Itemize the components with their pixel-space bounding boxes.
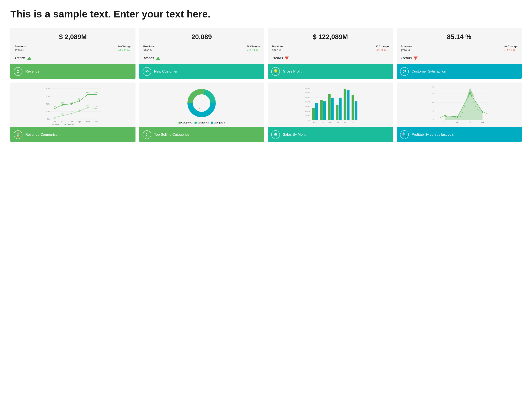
svg-text:40%: 40% [46,103,50,105]
legend-cat2: Category 2 [195,121,209,124]
kpi-card-gross-profit: $ 122,089M Previous $790 M % Change -13.… [268,28,393,79]
svg-text:Q4: Q4 [481,121,484,123]
svg-text:28%: 28% [95,106,98,108]
svg-rect-70 [328,94,331,120]
svg-point-12 [70,103,72,105]
svg-text:10%: 10% [61,113,65,115]
svg-marker-98 [445,93,482,120]
svg-point-50 [196,97,207,109]
svg-text:Q2: Q2 [456,121,459,123]
change-value-2: -13.21 % [376,49,386,52]
top-selling-icon: 🎛 [143,130,151,139]
svg-text:22%: 22% [78,108,81,110]
new-customer-icon: 👁 [143,67,151,76]
chart-footer-label-sales-by-month: Sales By Month [283,133,308,137]
svg-text:$10,000: $10,000 [305,115,310,116]
chart-footer-profitability: 🔍 Profitability versus last year [397,127,522,142]
trend-up-icon-0 [27,57,31,60]
svg-text:Jun: Jun [352,121,355,123]
chart-card-sales-by-month: $0 $10,000 $20,000 $30,000 $40,000 $50,0… [268,82,393,142]
kpi-footer-new-customer: 👁 New Customer [139,64,264,79]
svg-rect-77 [355,101,357,120]
svg-text:Q1: Q1 [444,121,446,123]
trends-label-1: Trends [143,56,154,60]
legend-dot-cat2 [195,121,196,124]
donut-legend: Category 1 Category 2 Category 3 [178,121,225,124]
svg-text:0: 0 [433,119,434,121]
svg-rect-72 [336,105,339,120]
svg-point-107 [450,117,451,118]
chart-footer-label-revenue-comparison: Revenue Comparison [25,133,59,137]
area-chart-svg: 0 40 80 120 160 Q1 Q2 Q3 Q4 [399,85,519,125]
svg-text:65%: 65% [86,92,89,94]
svg-rect-75 [347,90,349,120]
kpi-footer-label-customer-satisfaction: Customer Satisfaction [412,70,446,74]
chart-footer-revenue-comparison: ⏳ Revenue Comparison [10,127,135,142]
profitability-icon: 🔍 [400,130,409,139]
bar-chart-area: $0 $10,000 $20,000 $30,000 $40,000 $50,0… [268,82,393,127]
bar-chart-svg: $0 $10,000 $20,000 $30,000 $40,000 $50,0… [270,85,391,125]
change-value-1: +13.21 % [247,49,258,52]
trend-down-icon-3 [413,57,418,60]
svg-point-23 [62,115,64,116]
svg-rect-66 [312,108,315,120]
svg-point-24 [70,113,72,114]
svg-text:80: 80 [432,101,434,103]
svg-point-116 [473,102,474,103]
chart-footer-sales-by-month: ⚙ Sales By Month [268,127,393,142]
kpi-card-revenue: $ 2,089M Previous $790 M % Change +13.21… [10,28,135,79]
revenue-icon: ⚙ [14,67,22,76]
svg-text:$70,000: $70,000 [305,88,310,89]
donut-wrap: 4 3 7 Category 1 Category 2 [142,85,262,125]
svg-point-117 [475,106,476,107]
customer-satisfaction-icon: ⏱ [400,67,409,76]
svg-rect-71 [331,98,334,120]
sales-by-month-icon: ⚙ [271,130,280,139]
svg-text:$60,000: $60,000 [305,92,310,94]
svg-text:65%: 65% [95,92,98,94]
svg-point-25 [79,110,80,112]
trend-down-icon-2 [285,57,289,60]
svg-point-114 [468,95,469,96]
legend-cat1: Category 1 [178,121,193,124]
area-chart-area: 0 40 80 120 160 Q1 Q2 Q3 Q4 [397,82,522,127]
legend-label-cat2: Category 2 [197,121,209,124]
svg-text:5%: 5% [53,118,56,120]
svg-rect-68 [320,100,323,120]
svg-text:28%: 28% [53,106,56,108]
svg-rect-73 [339,98,342,120]
trend-up-icon-1 [156,57,160,60]
svg-text:$30,000: $30,000 [305,106,310,107]
kpi-footer-label-new-customer: New Customer [154,70,177,74]
svg-text:$50,000: $50,000 [305,97,310,98]
svg-rect-74 [344,89,346,120]
svg-point-27 [95,108,97,109]
donut-chart-svg: 4 3 7 [185,86,218,120]
svg-point-119 [479,110,481,111]
svg-rect-40 [52,124,54,125]
svg-point-105 [442,116,443,117]
svg-point-121 [486,113,487,114]
svg-text:Sales: Sales [55,123,59,125]
svg-text:15%: 15% [70,111,73,113]
svg-rect-69 [323,101,326,120]
change-label-1: % Change [247,45,260,48]
svg-text:Feb: Feb [61,121,65,123]
svg-point-14 [87,94,89,95]
svg-point-118 [477,109,478,110]
svg-text:38%: 38% [61,102,65,104]
svg-text:20%: 20% [46,111,50,113]
previous-label-1: Previous [143,45,155,48]
legend-cat3: Category 3 [211,121,225,124]
svg-text:$40,000: $40,000 [305,101,310,103]
trends-label-2: Trends [272,56,283,60]
chart-footer-label-profitability: Profitability versus last year [412,133,455,137]
svg-point-13 [79,100,80,102]
svg-rect-67 [315,103,318,120]
previous-value-2: $790 M [272,49,281,52]
previous-value-3: $790 M [401,49,410,52]
svg-text:48%: 48% [78,98,81,100]
svg-point-104 [440,117,441,118]
svg-text:Mar: Mar [70,121,73,123]
trends-label-3: Trends [401,56,412,60]
